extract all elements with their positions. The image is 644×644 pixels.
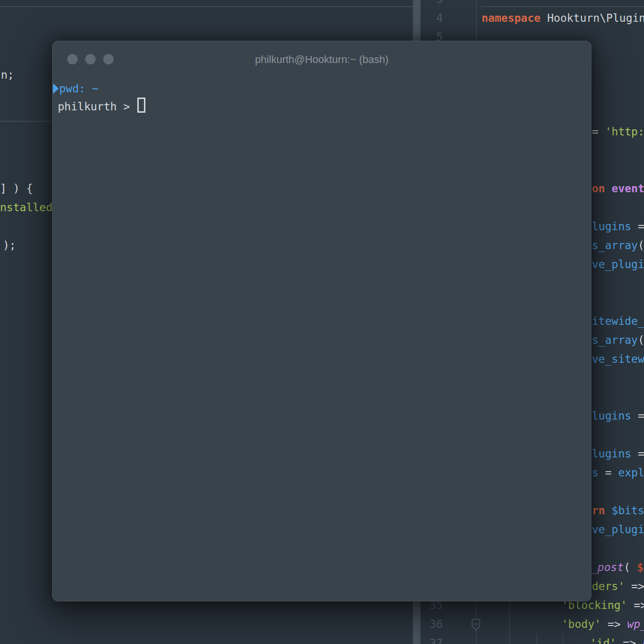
pwd-output-line: pwd: ~ bbox=[59, 80, 98, 98]
terminal-cursor bbox=[137, 98, 145, 113]
code-fragment: 'body' => wp_ bbox=[562, 615, 644, 634]
code-token: $bits bbox=[612, 504, 644, 517]
code-token: = bbox=[592, 125, 605, 138]
code-token: = bbox=[638, 447, 644, 460]
code-token: $ bbox=[637, 561, 644, 573]
code-token: explo bbox=[618, 466, 644, 479]
code-fragment: ve_plugi bbox=[592, 255, 644, 274]
prompt-text: philkurth > bbox=[58, 100, 136, 113]
traffic-light-close[interactable] bbox=[67, 54, 78, 64]
terminal-window: philkurth@Hookturn:~ (bash) pwd: ~ philk… bbox=[52, 41, 591, 601]
code-token: = bbox=[605, 466, 618, 479]
indent-guide bbox=[563, 634, 564, 644]
code-token: event bbox=[612, 182, 644, 195]
window-title: philkurth@Hookturn:~ (bash) bbox=[53, 41, 591, 78]
code-fragment: ve_plugin bbox=[592, 520, 644, 539]
code-token: ( bbox=[638, 239, 644, 251]
code-fragment: _post( $ bbox=[591, 558, 644, 577]
code-token: s bbox=[592, 466, 605, 479]
line-number: 37 bbox=[417, 634, 443, 644]
code-fragment: lugins = bbox=[592, 217, 644, 236]
code-token: nstalled bbox=[0, 201, 53, 214]
code-token: wp_ bbox=[627, 618, 644, 630]
code-token: rn bbox=[592, 504, 612, 517]
code-token: ( bbox=[624, 561, 637, 573]
code-token: => bbox=[601, 618, 627, 630]
code-token: itewide_ bbox=[592, 315, 644, 327]
prompt-arrow-icon bbox=[53, 83, 59, 94]
code-token: Hookturn\Plugins bbox=[547, 12, 644, 24]
code-token: s_array bbox=[592, 334, 638, 346]
code-fragment: rn $bits[ bbox=[592, 501, 644, 520]
code-token: ders' bbox=[592, 580, 625, 592]
code-token: s_array bbox=[592, 239, 638, 251]
code-fragment: s_array( bbox=[592, 236, 644, 255]
code-token: = bbox=[638, 410, 644, 422]
code-token: 'id' bbox=[590, 637, 616, 644]
code-token: lugins bbox=[592, 410, 638, 422]
code-fragment: ve_sitew bbox=[592, 349, 644, 368]
code-token: n; bbox=[1, 69, 14, 81]
code-fragment: s_array( bbox=[592, 331, 644, 349]
traffic-light-minimize[interactable] bbox=[85, 54, 96, 64]
indent-guide bbox=[537, 634, 537, 644]
code-token: => bbox=[616, 637, 642, 644]
code-fragment: 'id' => h bbox=[590, 634, 644, 644]
terminal-titlebar[interactable]: philkurth@Hookturn:~ (bash) bbox=[53, 41, 591, 77]
code-fragment: ] ) { bbox=[0, 179, 33, 198]
code-fragment: namespace Hookturn\Plugins bbox=[482, 9, 644, 27]
code-token: = bbox=[638, 220, 644, 233]
fold-marker-icon[interactable] bbox=[471, 619, 481, 631]
code-token: => bbox=[625, 580, 644, 592]
code-fragment: ders' => bbox=[592, 577, 644, 596]
code-token: ve_plugi bbox=[592, 258, 644, 270]
code-fragment: itewide_ bbox=[592, 312, 644, 331]
traffic-light-zoom[interactable] bbox=[103, 54, 114, 64]
shell-prompt-line[interactable]: philkurth > bbox=[58, 98, 145, 116]
line-number: 3 bbox=[417, 0, 443, 9]
code-token: ] ) { bbox=[0, 182, 33, 195]
code-fragment: s = explo bbox=[592, 463, 644, 482]
line-number: 36 bbox=[417, 615, 443, 634]
method-separator-line bbox=[0, 6, 413, 7]
code-fragment: on event bbox=[592, 179, 644, 198]
line-number: 4 bbox=[417, 9, 443, 27]
code-token: ); bbox=[3, 239, 16, 251]
code-token: namespace bbox=[482, 12, 547, 24]
code-token: ve_plugin bbox=[592, 523, 644, 536]
indent-guide bbox=[509, 601, 510, 644]
code-fragment: ); bbox=[3, 236, 16, 255]
code-token: on bbox=[592, 182, 612, 195]
code-token: ( bbox=[638, 334, 644, 346]
code-token: lugins bbox=[592, 447, 638, 460]
method-separator-line bbox=[481, 6, 644, 7]
code-token: lugins bbox=[592, 220, 638, 233]
code-token: 'http: bbox=[605, 125, 644, 138]
code-token: _post bbox=[591, 561, 624, 573]
code-token: => bbox=[627, 599, 644, 611]
code-token: 'body' bbox=[562, 618, 601, 630]
code-fragment: lugins = bbox=[592, 406, 644, 425]
code-fragment: n; bbox=[1, 65, 14, 84]
code-fragment: = 'http: bbox=[592, 122, 644, 141]
code-fragment: nstalled bbox=[0, 198, 53, 217]
code-fragment: lugins = bbox=[592, 444, 644, 463]
code-token: ve_sitew bbox=[592, 353, 644, 365]
